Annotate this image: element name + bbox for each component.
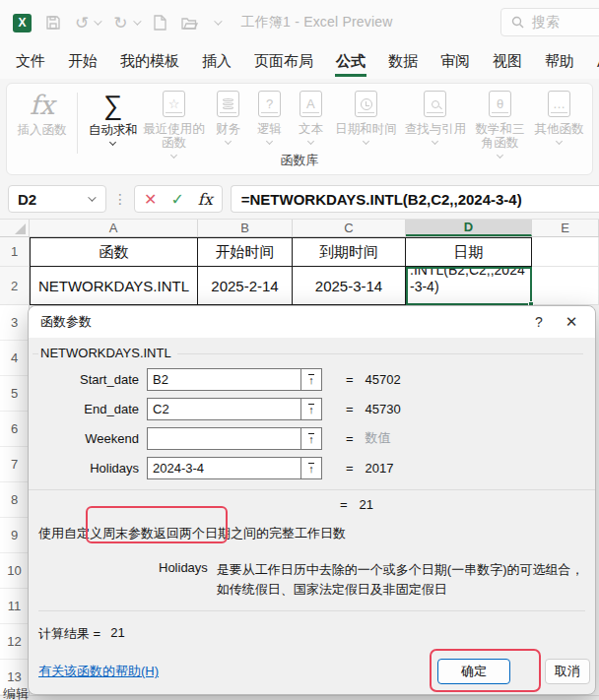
- select-all-corner[interactable]: [0, 220, 30, 236]
- function-description: 使用自定义周末参数返回两个日期之间的完整工作日数: [38, 525, 585, 542]
- tab-formulas[interactable]: 公式: [335, 47, 366, 77]
- recent-functions-button[interactable]: ☆ 最近使用的函数: [140, 91, 207, 158]
- tab-view[interactable]: 视图: [492, 47, 523, 77]
- col-header-a[interactable]: A: [30, 220, 198, 236]
- cancel-entry-icon[interactable]: ✕: [144, 190, 157, 209]
- row-header-11[interactable]: 11: [0, 589, 29, 624]
- autosum-button[interactable]: ∑ 自动求和: [86, 91, 140, 145]
- tab-insert[interactable]: 插入: [201, 47, 233, 77]
- collapse-arrow-icon: [308, 463, 314, 474]
- chevron-down-icon: [307, 138, 314, 145]
- row-header-2[interactable]: 2: [0, 267, 30, 305]
- param-row-weekend: Weekend = 数值: [29, 423, 595, 453]
- cell-c2[interactable]: 2025-3-14: [293, 267, 406, 305]
- formula-input[interactable]: =NETWORKDAYS.INTL(B2,C2,,2024-3-4): [231, 185, 599, 213]
- financial-button[interactable]: 财务: [208, 91, 249, 144]
- dialog-help-icon[interactable]: ?: [530, 313, 548, 331]
- row-header-8[interactable]: 8: [0, 482, 29, 518]
- math-trig-button[interactable]: θ 数学和三角函数: [470, 91, 530, 158]
- cell-a1[interactable]: 函数: [30, 237, 198, 267]
- start-date-value: B2: [148, 369, 300, 390]
- tab-help[interactable]: 帮助: [544, 47, 575, 77]
- end-date-input[interactable]: C2: [147, 398, 322, 420]
- row-number-strip: 3 4 5 6 7 8 9 10 11 12 13: [0, 305, 30, 695]
- function-library-group: fx 插入函数 ∑ 自动求和 ☆ 最近使用的函数 财务 ? 逻辑: [6, 83, 593, 175]
- row-header-7[interactable]: 7: [0, 447, 29, 482]
- recent-functions-book-icon: ☆: [163, 91, 185, 117]
- col-header-e[interactable]: E: [532, 220, 599, 236]
- col-header-b[interactable]: B: [198, 220, 293, 236]
- function-help-link[interactable]: 有关该函数的帮助(H): [38, 663, 159, 680]
- cell-c1[interactable]: 到期时间: [293, 237, 406, 267]
- cell-d2-text: .INTL(B2,C2,,2024 -3-4): [408, 267, 525, 295]
- tab-review[interactable]: 审阅: [439, 47, 471, 77]
- chevron-down-icon: [225, 138, 232, 145]
- row-header-4[interactable]: 4: [0, 341, 29, 376]
- autosum-label: 自动求和: [89, 123, 138, 137]
- row-header-3[interactable]: 3: [0, 305, 29, 341]
- redo-icon[interactable]: ↻: [113, 13, 127, 33]
- lookup-book-icon: [424, 91, 446, 117]
- cell-a2[interactable]: NETWORKDAYS.INTL: [30, 267, 198, 305]
- lookup-reference-label: 查找与引用: [405, 122, 467, 136]
- tab-page-layout[interactable]: 页面布局: [253, 47, 314, 77]
- row-header-12[interactable]: 12: [0, 624, 29, 660]
- dialog-bottom-separator: [38, 610, 585, 611]
- text-label: 文本: [299, 122, 323, 136]
- ok-button[interactable]: 确定: [437, 659, 510, 684]
- holidays-input[interactable]: 2024-3-4: [147, 457, 322, 479]
- datetime-book-icon: [355, 91, 377, 117]
- collapse-dialog-button[interactable]: [300, 428, 321, 449]
- weekend-label: Weekend: [29, 431, 147, 446]
- col-header-c[interactable]: C: [293, 220, 406, 236]
- cell-d1[interactable]: 日期: [406, 237, 532, 267]
- new-file-icon[interactable]: [153, 15, 167, 31]
- logical-button[interactable]: ? 逻辑: [249, 91, 291, 144]
- row-header-5[interactable]: 5: [0, 376, 29, 412]
- cell-d2-active[interactable]: .INTL(B2,C2,,2024 -3-4): [406, 267, 532, 305]
- cancel-button[interactable]: 取消: [545, 659, 590, 684]
- end-date-result: 45730: [366, 402, 401, 416]
- row-header-6[interactable]: 6: [0, 412, 29, 447]
- row-header-1[interactable]: 1: [0, 237, 30, 267]
- dialog-close-icon[interactable]: ✕: [562, 312, 581, 332]
- confirm-entry-icon[interactable]: ✓: [170, 190, 183, 209]
- redo-dropdown-icon[interactable]: [133, 17, 141, 25]
- quick-access-more-icon[interactable]: [214, 17, 222, 25]
- cell-b2[interactable]: 2025-2-14: [198, 267, 293, 305]
- cell-e2[interactable]: [532, 267, 599, 305]
- start-date-input[interactable]: B2: [147, 368, 322, 391]
- insert-function-button[interactable]: fx 插入函数: [15, 91, 69, 137]
- undo-icon[interactable]: ↺: [75, 13, 89, 33]
- lookup-reference-button[interactable]: 查找与引用: [401, 91, 470, 144]
- cell-b1[interactable]: 开始时间: [198, 237, 293, 267]
- column-headers: A B C D E: [0, 219, 599, 237]
- insert-function-fx-icon[interactable]: fx: [198, 190, 213, 209]
- tab-my-templates[interactable]: 我的模板: [119, 47, 180, 77]
- row-header-9[interactable]: 9: [0, 518, 29, 553]
- save-icon[interactable]: [45, 15, 61, 31]
- window-title: 工作簿1 - Excel Preview: [241, 14, 393, 32]
- name-box-dropdown-icon[interactable]: [88, 193, 96, 201]
- text-button[interactable]: A 文本: [291, 91, 332, 144]
- col-header-d[interactable]: D: [406, 220, 532, 236]
- name-box[interactable]: D2: [8, 185, 106, 213]
- collapse-dialog-button[interactable]: [300, 458, 321, 478]
- undo-dropdown-icon[interactable]: [94, 17, 101, 25]
- more-functions-book-icon: …: [548, 91, 570, 117]
- more-functions-button[interactable]: … 其他函数: [530, 91, 588, 144]
- logical-label: 逻辑: [257, 122, 282, 136]
- open-folder-icon[interactable]: [181, 16, 198, 31]
- function-name: NETWORKDAYS.INTL: [38, 346, 177, 360]
- math-trig-book-icon: θ: [489, 91, 511, 117]
- cell-e1[interactable]: [532, 237, 599, 267]
- search-input[interactable]: 搜索: [500, 8, 599, 36]
- tab-home[interactable]: 开始: [67, 47, 99, 77]
- date-time-button[interactable]: 日期和时间: [331, 91, 400, 144]
- tab-file[interactable]: 文件: [15, 47, 46, 77]
- weekend-input[interactable]: [147, 427, 322, 450]
- tab-data[interactable]: 数据: [387, 47, 419, 77]
- collapse-dialog-button[interactable]: [300, 399, 321, 419]
- row-header-10[interactable]: 10: [0, 553, 29, 589]
- collapse-dialog-button[interactable]: [300, 369, 321, 390]
